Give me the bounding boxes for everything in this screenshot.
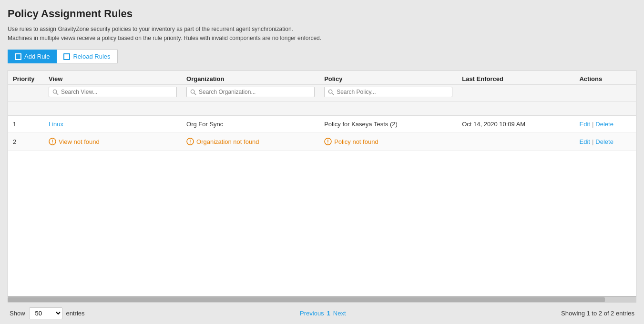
scrollbar-thumb (8, 297, 605, 302)
edit-button[interactable]: Edit (579, 138, 590, 145)
col-header-view: View (44, 71, 182, 85)
col-header-organization: Organization (182, 71, 319, 85)
entries-select[interactable]: 102550100 (29, 307, 62, 319)
add-rule-label: Add Rule (24, 53, 50, 60)
entries-label: entries (66, 310, 85, 317)
next-button[interactable]: Next (333, 310, 346, 317)
current-page[interactable]: 1 (327, 310, 330, 317)
toolbar: Add Rule Reload Rules (8, 50, 636, 63)
svg-text:!: ! (189, 139, 191, 144)
reload-rules-button[interactable]: Reload Rules (57, 50, 117, 63)
delete-button[interactable]: Delete (595, 121, 613, 128)
policy-not-found-text: Policy not found (334, 138, 378, 145)
table-container: Priority View Organization Policy Last E… (8, 70, 636, 296)
search-policy-icon (328, 89, 334, 95)
svg-text:!: ! (51, 139, 53, 144)
cell-view: Linux (44, 116, 182, 133)
table-row: 2 ! View not found ! Organization not fo… (8, 133, 636, 151)
svg-text:!: ! (327, 139, 328, 144)
table-row: 1LinuxOrg For SyncPolicy for Kaseya Test… (8, 116, 636, 133)
search-policy-cell (319, 85, 457, 101)
org-error: ! Organization not found (186, 138, 315, 145)
cell-policy: ! Policy not found (319, 133, 457, 151)
page-title: Policy Assignment Rules (8, 8, 636, 20)
description-line1: Use rules to assign GravityZone security… (8, 26, 293, 32)
horizontal-scrollbar[interactable] (8, 296, 636, 302)
search-view-icon (52, 89, 59, 95)
svg-line-5 (332, 93, 334, 95)
page-wrapper: Policy Assignment Rules Use rules to ass… (0, 0, 644, 324)
pagination: Previous 1 Next (300, 310, 346, 317)
view-error: ! View not found (49, 138, 177, 145)
search-actions-cell (574, 85, 636, 101)
view-not-found-text: View not found (59, 138, 100, 145)
search-last-enforced-cell (457, 85, 574, 101)
show-entries: Show 102550100 entries (10, 307, 85, 319)
cell-view: ! View not found (44, 133, 182, 151)
view-link[interactable]: Linux (49, 121, 63, 128)
reload-rules-icon (63, 53, 70, 60)
table-body: 1LinuxOrg For SyncPolicy for Kaseya Test… (8, 116, 636, 151)
showing-text: Showing 1 to 2 of 2 entries (561, 310, 634, 317)
add-rule-icon (15, 53, 21, 60)
cell-actions: Edit | Delete (574, 116, 636, 133)
cell-actions: Edit | Delete (574, 133, 636, 151)
svg-line-1 (56, 93, 58, 95)
svg-line-3 (194, 93, 196, 95)
actions-cell: Edit | Delete (579, 121, 631, 128)
cell-last-enforced: Oct 14, 2020 10:09 AM (457, 116, 574, 133)
cell-priority: 1 (8, 116, 44, 133)
previous-button[interactable]: Previous (300, 310, 324, 317)
description: Use rules to assign GravityZone security… (8, 25, 636, 43)
rules-table: Priority View Organization Policy Last E… (8, 71, 636, 151)
actions-separator: | (592, 121, 593, 128)
description-line2: Machines in multiple views receive a pol… (8, 35, 321, 41)
cell-organization: ! Organization not found (182, 133, 319, 151)
reload-rules-label: Reload Rules (73, 53, 110, 60)
org-not-found-text: Organization not found (196, 138, 259, 145)
add-rule-button[interactable]: Add Rule (8, 50, 57, 63)
cell-policy: Policy for Kaseya Tests (2) (319, 116, 457, 133)
cell-organization: Org For Sync (182, 116, 319, 133)
search-view-cell (44, 85, 182, 101)
warning-icon: ! (49, 138, 56, 145)
search-org-icon (190, 89, 196, 95)
search-org-box (186, 87, 315, 97)
search-policy-input[interactable] (337, 89, 449, 95)
search-view-input[interactable] (61, 89, 173, 95)
warning-icon: ! (324, 138, 332, 145)
delete-button[interactable]: Delete (595, 138, 613, 145)
col-header-priority: Priority (8, 71, 44, 85)
svg-point-4 (329, 90, 332, 93)
search-view-box (49, 87, 177, 97)
actions-separator: | (592, 138, 593, 145)
search-org-input[interactable] (199, 89, 311, 95)
col-header-last-enforced: Last Enforced (457, 71, 574, 85)
search-priority-cell (8, 85, 44, 101)
cell-last-enforced (457, 133, 574, 151)
edit-button[interactable]: Edit (579, 121, 590, 128)
cell-priority: 2 (8, 133, 44, 151)
table-search-row (8, 85, 636, 101)
policy-error: ! Policy not found (324, 138, 452, 145)
empty-filter-row (8, 101, 636, 116)
show-label: Show (10, 310, 25, 317)
col-header-policy: Policy (319, 71, 457, 85)
actions-cell: Edit | Delete (579, 138, 631, 145)
col-header-actions: Actions (574, 71, 636, 85)
search-org-cell (182, 85, 319, 101)
search-policy-box (324, 87, 452, 97)
table-header-row: Priority View Organization Policy Last E… (8, 71, 636, 85)
bottom-bar: Show 102550100 entries Previous 1 Next S… (8, 302, 636, 324)
warning-icon: ! (186, 138, 194, 145)
svg-point-2 (191, 90, 194, 93)
svg-point-0 (53, 90, 56, 93)
